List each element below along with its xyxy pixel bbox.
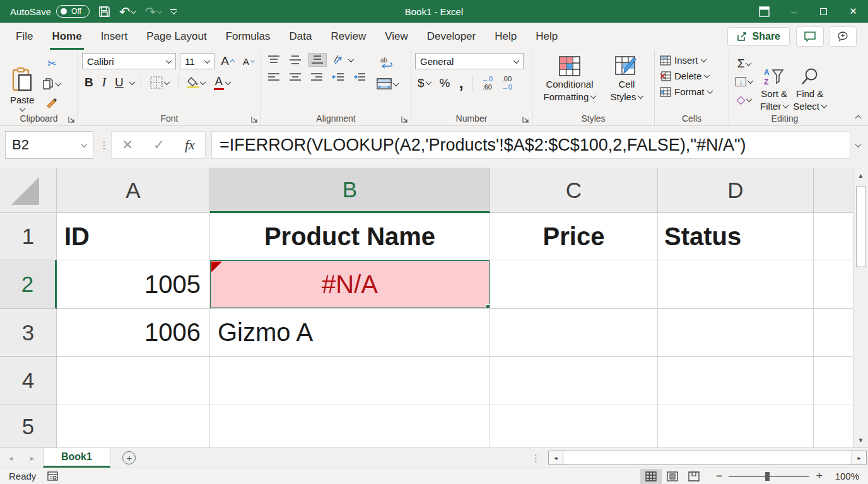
- cell-e4[interactable]: [814, 357, 853, 405]
- cell-c1[interactable]: Price: [490, 213, 658, 260]
- decrease-decimal-button[interactable]: .00→0: [499, 74, 515, 92]
- column-header-c[interactable]: C: [490, 168, 658, 213]
- formula-input[interactable]: [211, 131, 850, 159]
- tab-file[interactable]: File: [6, 25, 42, 49]
- font-size-select[interactable]: 11: [180, 53, 214, 69]
- cell-b2-active[interactable]: #N/A: [210, 260, 490, 309]
- cell-a2[interactable]: 1005: [57, 260, 210, 309]
- cell-d2[interactable]: [658, 260, 814, 309]
- normal-view-button[interactable]: [640, 469, 662, 484]
- zoom-slider-thumb[interactable]: [765, 472, 770, 481]
- dialog-launcher-icon[interactable]: [401, 116, 408, 123]
- zoom-level[interactable]: 100%: [829, 471, 859, 481]
- shrink-font-button[interactable]: A: [240, 55, 257, 68]
- font-name-select[interactable]: Calibri: [82, 53, 176, 69]
- align-middle-button[interactable]: [286, 54, 304, 66]
- autosave-toggle[interactable]: AutoSave Off: [10, 5, 90, 18]
- prev-sheet-button[interactable]: ◂: [0, 448, 21, 468]
- close-button[interactable]: ✕: [838, 0, 868, 23]
- dialog-launcher-icon[interactable]: [251, 116, 258, 123]
- expand-formula-bar-icon[interactable]: [855, 141, 862, 147]
- copy-button[interactable]: [40, 77, 63, 91]
- cell-d4[interactable]: [658, 357, 814, 405]
- align-left-button[interactable]: [265, 71, 283, 84]
- column-header-a[interactable]: A: [57, 168, 210, 213]
- clear-button[interactable]: ◇: [733, 91, 755, 108]
- vertical-scroll-thumb[interactable]: [856, 187, 866, 267]
- fill-button[interactable]: ↓: [733, 76, 755, 88]
- collapse-ribbon-button[interactable]: [855, 115, 862, 122]
- share-button[interactable]: Share: [727, 27, 790, 46]
- tab-view[interactable]: View: [375, 25, 418, 49]
- tab-data[interactable]: Data: [280, 25, 322, 49]
- fill-handle[interactable]: [486, 304, 490, 309]
- italic-button[interactable]: I: [100, 74, 108, 91]
- scroll-right-button[interactable]: ▸: [852, 451, 866, 464]
- cell-c4[interactable]: [490, 357, 658, 405]
- dialog-launcher-icon[interactable]: [68, 116, 75, 123]
- comma-style-button[interactable]: ,: [456, 78, 466, 88]
- maximize-button[interactable]: [809, 0, 838, 23]
- insert-cells-button[interactable]: Insert: [659, 54, 725, 66]
- column-header-b[interactable]: B: [210, 168, 490, 213]
- cell-e1[interactable]: [814, 213, 853, 260]
- scroll-down-button[interactable]: ▼: [853, 432, 868, 447]
- cancel-button[interactable]: ✕: [122, 137, 133, 153]
- column-header-d[interactable]: D: [658, 168, 814, 213]
- row-header-5[interactable]: 5: [0, 405, 57, 447]
- next-sheet-button[interactable]: ▸: [21, 448, 43, 468]
- cell-b1[interactable]: Product Name: [210, 213, 490, 260]
- autosum-button[interactable]: Σ: [733, 55, 755, 72]
- cell-styles-button[interactable]: Cell Styles: [604, 54, 650, 103]
- vertical-scrollbar[interactable]: ▲ ▼: [853, 168, 868, 447]
- tab-help[interactable]: Help: [485, 25, 526, 49]
- insert-function-button[interactable]: fx: [185, 137, 195, 153]
- comments-button[interactable]: [796, 26, 824, 47]
- cell-b3[interactable]: Gizmo A: [210, 309, 490, 357]
- cell-b4[interactable]: [210, 357, 490, 405]
- page-break-view-button[interactable]: [683, 469, 705, 484]
- page-layout-view-button[interactable]: [662, 469, 683, 484]
- cell-e3[interactable]: [814, 309, 853, 357]
- decrease-indent-button[interactable]: [329, 71, 347, 84]
- tab-formulas[interactable]: Formulas: [216, 25, 280, 49]
- tab-insert[interactable]: Insert: [91, 25, 138, 49]
- cell-e5[interactable]: [814, 405, 853, 447]
- font-color-button[interactable]: A: [211, 74, 233, 91]
- new-sheet-button[interactable]: +: [110, 448, 148, 468]
- horizontal-scrollbar[interactable]: ◂ ▸: [548, 451, 867, 465]
- undo-button[interactable]: ↶: [119, 5, 136, 18]
- cell-e2[interactable]: [814, 260, 853, 309]
- wrap-text-button[interactable]: ab: [374, 55, 401, 71]
- orientation-button[interactable]: [331, 53, 356, 67]
- sheet-tab-book1[interactable]: Book1: [43, 448, 110, 468]
- cell-d1[interactable]: Status: [658, 213, 814, 260]
- tab-review[interactable]: Review: [321, 25, 375, 49]
- zoom-out-button[interactable]: −: [716, 470, 723, 483]
- customize-qat-button[interactable]: [170, 9, 177, 14]
- tab-page-layout[interactable]: Page Layout: [137, 25, 216, 49]
- delete-cells-button[interactable]: Delete: [659, 70, 725, 82]
- minimize-button[interactable]: –: [779, 0, 809, 23]
- align-bottom-button[interactable]: [308, 53, 327, 67]
- tab-developer[interactable]: Developer: [418, 25, 486, 49]
- cell-a3[interactable]: 1006: [57, 309, 210, 357]
- enter-button[interactable]: ✓: [153, 137, 165, 153]
- ribbon-display-options-button[interactable]: [749, 0, 779, 23]
- cell-a1[interactable]: ID: [57, 213, 210, 260]
- cell-c3[interactable]: [490, 309, 658, 357]
- align-center-button[interactable]: [286, 71, 304, 84]
- grow-font-button[interactable]: A: [218, 53, 237, 69]
- scrollbar-grip[interactable]: ⋮: [525, 448, 547, 468]
- zoom-slider[interactable]: [729, 476, 809, 477]
- number-format-select[interactable]: General: [415, 53, 524, 69]
- column-header-e[interactable]: [814, 168, 853, 213]
- underline-button[interactable]: U: [112, 74, 126, 91]
- accounting-format-button[interactable]: $: [415, 75, 433, 91]
- horizontal-scroll-thumb[interactable]: [563, 451, 852, 464]
- row-header-4[interactable]: 4: [0, 357, 57, 405]
- fill-color-button[interactable]: [185, 76, 208, 89]
- cell-a5[interactable]: [57, 405, 210, 447]
- cell-b5[interactable]: [210, 405, 490, 447]
- bold-button[interactable]: B: [82, 74, 96, 91]
